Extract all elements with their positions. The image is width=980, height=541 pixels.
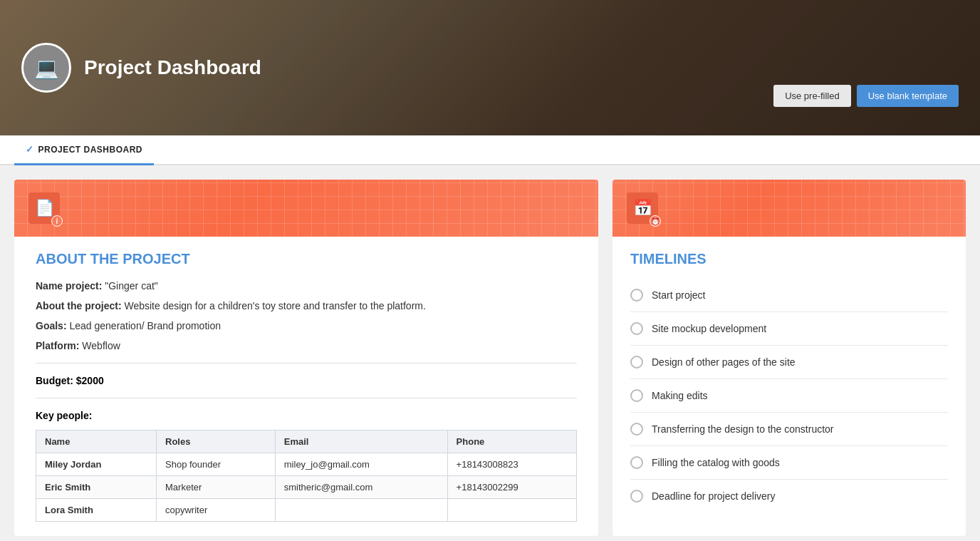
timeline-radio[interactable] — [630, 490, 643, 503]
use-prefilled-button[interactable]: Use pre-filled — [773, 85, 851, 107]
cell-phone — [447, 499, 576, 522]
col-phone: Phone — [447, 431, 576, 453]
cell-email: miley_jo@gmail.com — [275, 453, 447, 476]
about-icon-wrap: 📄 i — [28, 192, 60, 224]
timeline-radio[interactable] — [630, 389, 643, 402]
timeline-item[interactable]: Start project — [630, 279, 948, 312]
timeline-item[interactable]: Transferring the design to the construct… — [630, 413, 948, 446]
key-people-label: Key people: — [36, 410, 577, 421]
about-banner: 📄 i — [14, 180, 598, 237]
timelines-icon-wrap: 📅 ⏰ — [627, 192, 658, 224]
table-row: Eric Smith Marketer smitheric@gmail.com … — [36, 476, 577, 499]
timeline-label: Deadline for project delivery — [652, 490, 776, 502]
name-label: Name project: — [36, 280, 102, 292]
right-panel: 📅 ⏰ TIMELINES Start project Site mockup … — [612, 180, 966, 536]
about-value: Website design for a children's toy stor… — [124, 300, 425, 311]
timeline-label: Filling the catalog with goods — [652, 457, 780, 468]
platform-label: Platform: — [36, 340, 79, 351]
divider-2 — [36, 398, 577, 398]
timeline-item[interactable]: Filling the catalog with goods — [630, 446, 948, 480]
tab-project-dashboard[interactable]: ✓ PROJECT DASHBOARD — [14, 135, 154, 165]
timeline-item[interactable]: Site mockup development — [630, 312, 948, 346]
about-section-title: ABOUT THE PROJECT — [36, 251, 577, 267]
header-content: 💻 Project Dashboard — [0, 0, 980, 135]
name-value: "Ginger cat" — [105, 280, 158, 292]
timelines-title: TIMELINES — [612, 237, 966, 279]
table-row: Miley Jordan Shop founder miley_jo@gmail… — [36, 453, 577, 476]
cell-email: smitheric@gmail.com — [275, 476, 447, 499]
name-row: Name project: "Ginger cat" — [36, 280, 577, 292]
timeline-radio[interactable] — [630, 423, 643, 436]
cell-role: Marketer — [157, 476, 276, 499]
divider-1 — [36, 363, 577, 364]
timeline-label: Site mockup development — [652, 323, 766, 334]
header: 💻 Project Dashboard Use pre-filled Use b… — [0, 0, 980, 135]
goals-label: Goals: — [36, 320, 67, 331]
timeline-radio[interactable] — [630, 322, 643, 335]
main-content: 📄 i ABOUT THE PROJECT Name project: "Gin… — [0, 165, 980, 541]
table-header-row: Name Roles Email Phone — [36, 431, 577, 453]
about-row: About the project: Website design for a … — [36, 300, 577, 311]
goals-value: Lead generation/ Brand promotion — [69, 320, 220, 331]
timeline-radio[interactable] — [630, 289, 643, 302]
about-label: About the project: — [36, 300, 122, 311]
avatar-icon: 💻 — [34, 56, 59, 80]
table-row: Lora Smith copywriter — [36, 499, 577, 522]
timeline-item[interactable]: Making edits — [630, 379, 948, 413]
cell-name: Eric Smith — [36, 476, 157, 499]
timeline-label: Start project — [652, 289, 705, 301]
header-buttons: Use pre-filled Use blank template — [773, 85, 959, 107]
budget-value: $2000 — [76, 375, 104, 386]
timeline-item[interactable]: Design of other pages of the site — [630, 346, 948, 379]
cell-phone: +18143008823 — [447, 453, 576, 476]
timeline-item[interactable]: Deadline for project delivery — [630, 480, 948, 512]
tab-bar: ✓ PROJECT DASHBOARD — [0, 135, 980, 165]
timelines-icon: 📅 ⏰ — [627, 192, 658, 224]
col-name: Name — [36, 431, 157, 453]
timeline-list: Start project Site mockup development De… — [612, 279, 966, 527]
about-body: ABOUT THE PROJECT Name project: "Ginger … — [14, 237, 598, 536]
timeline-label: Transferring the design to the construct… — [652, 423, 834, 435]
info-badge: i — [51, 215, 63, 227]
cell-role: copywriter — [157, 499, 276, 522]
platform-row: Platform: Webflow — [36, 340, 577, 351]
timeline-label: Design of other pages of the site — [652, 356, 796, 368]
cell-email — [275, 499, 447, 522]
document-icon: 📄 — [35, 199, 54, 217]
col-email: Email — [275, 431, 447, 453]
header-title: Project Dashboard — [84, 56, 261, 79]
use-blank-template-button[interactable]: Use blank template — [857, 85, 959, 107]
tab-label: PROJECT DASHBOARD — [38, 145, 143, 155]
timelines-banner: 📅 ⏰ — [612, 180, 966, 237]
cell-name: Lora Smith — [36, 499, 157, 522]
avatar: 💻 — [21, 43, 71, 93]
cell-role: Shop founder — [157, 453, 276, 476]
people-table: Name Roles Email Phone Miley Jordan Shop… — [36, 430, 577, 522]
timeline-radio[interactable] — [630, 356, 643, 369]
budget-row: Budget: $2000 — [36, 375, 577, 386]
col-roles: Roles — [157, 431, 276, 453]
platform-value: Webflow — [82, 340, 120, 351]
budget-label: Budget: — [36, 375, 73, 386]
tab-check-icon: ✓ — [26, 144, 34, 155]
calendar-icon: 📅 — [633, 199, 652, 217]
about-icon: 📄 i — [28, 192, 60, 224]
clock-badge: ⏰ — [650, 215, 661, 227]
timeline-radio[interactable] — [630, 456, 643, 469]
left-panel: 📄 i ABOUT THE PROJECT Name project: "Gin… — [14, 180, 598, 536]
timeline-label: Making edits — [652, 390, 708, 401]
goals-row: Goals: Lead generation/ Brand promotion — [36, 320, 577, 331]
cell-phone: +18143002299 — [447, 476, 576, 499]
cell-name: Miley Jordan — [36, 453, 157, 476]
